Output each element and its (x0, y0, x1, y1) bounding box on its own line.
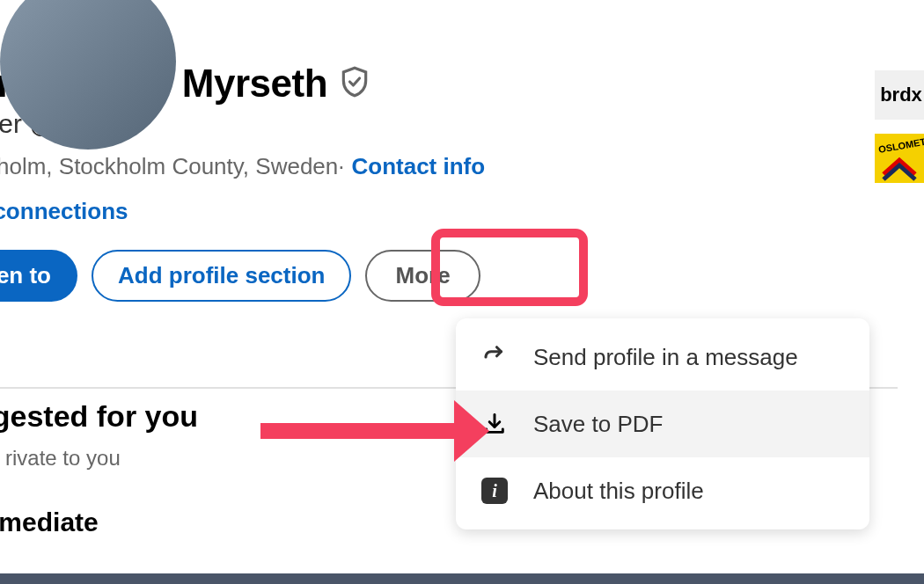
annotation-arrow-icon (260, 391, 489, 474)
footer-bar (0, 573, 924, 584)
location-text: ckholm, Stockholm County, Sweden (0, 153, 338, 180)
download-icon (480, 410, 509, 438)
suggested-title: ggested for you (0, 399, 198, 434)
connections-link[interactable]: + connections (0, 198, 924, 225)
verified-shield-icon (338, 65, 371, 102)
separator: · (338, 153, 344, 180)
open-to-button[interactable]: pen to (0, 250, 77, 302)
more-dropdown-menu: Send profile in a message Save to PDF i … (456, 318, 869, 529)
location-row: ckholm, Stockholm County, Sweden · Conta… (0, 153, 924, 180)
info-icon: i (480, 477, 509, 505)
menu-item-label: Save to PDF (533, 411, 663, 438)
company-logo-brdx[interactable]: brdx (875, 70, 924, 120)
send-arrow-icon (480, 343, 509, 371)
contact-info-link[interactable]: Contact info (352, 153, 486, 180)
private-label: rivate to you (5, 446, 121, 471)
add-profile-section-button[interactable]: Add profile section (92, 250, 351, 302)
menu-item-label: Send profile in a message (533, 344, 798, 371)
menu-item-label: About this profile (533, 478, 704, 505)
subheading: ermediate (0, 507, 198, 537)
company-logos-sidebar: brdx OSLOMET (875, 70, 924, 183)
menu-item-about-profile[interactable]: i About this profile (456, 457, 869, 524)
company-logo-oslomet[interactable]: OSLOMET (875, 134, 924, 183)
more-button[interactable]: More (365, 250, 480, 302)
menu-item-send-profile[interactable]: Send profile in a message (456, 324, 869, 391)
menu-item-save-pdf[interactable]: Save to PDF (456, 391, 869, 457)
